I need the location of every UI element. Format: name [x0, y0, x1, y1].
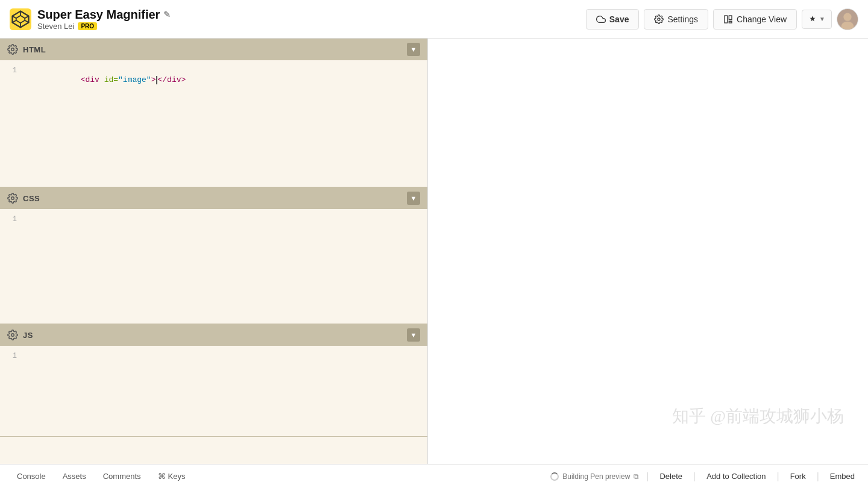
keys-tab-label: Keys — [168, 472, 186, 481]
change-view-button[interactable]: Change View — [713, 9, 797, 30]
svg-point-16 — [11, 48, 14, 51]
pin-chevron-icon: ▼ — [819, 16, 825, 22]
js-line-num-1: 1 — [0, 352, 24, 360]
header-right: Save Settings Change View ▼ — [586, 8, 858, 30]
header-left: Super Easy Magnifier ✎ Steven Lei PRO — [10, 8, 171, 31]
html-line-1: 1 <div id="image"></div> — [0, 65, 427, 95]
html-collapse-button[interactable]: ▼ — [407, 43, 420, 56]
svg-rect-10 — [725, 16, 728, 23]
main-content: HTML ▼ 1 <div id="image"></div> — [0, 39, 868, 464]
building-spinner — [550, 472, 559, 481]
change-view-label: Change View — [737, 14, 787, 24]
save-button[interactable]: Save — [586, 9, 640, 30]
assets-tab[interactable]: Assets — [55, 468, 93, 484]
bottom-actions: Building Pen preview ⧉ | Delete | Add to… — [550, 469, 858, 483]
html-collapse-icon: ▼ — [410, 46, 417, 53]
save-label: Save — [609, 14, 629, 24]
author-name: Steven Lei — [37, 22, 74, 31]
css-label: CSS — [23, 194, 40, 203]
editor-panel: HTML ▼ 1 <div id="image"></div> — [0, 39, 428, 464]
console-tab[interactable]: Console — [10, 468, 53, 484]
bottom-bar: Console Assets Comments ⌘ Keys Building … — [0, 464, 868, 488]
css-header-left: CSS — [7, 193, 40, 204]
codepen-logo-icon — [10, 8, 31, 30]
pro-badge: PRO — [78, 22, 97, 30]
pin-icon — [808, 15, 817, 23]
delete-button[interactable]: Delete — [656, 469, 686, 483]
html-code-1: <div id="image"></div> — [24, 66, 186, 93]
html-editor[interactable]: 1 <div id="image"></div> — [0, 60, 427, 187]
add-to-collection-button[interactable]: Add to Collection — [703, 469, 769, 483]
header: Super Easy Magnifier ✎ Steven Lei PRO Sa… — [0, 0, 868, 39]
js-section: JS ▼ 1 — [0, 324, 427, 437]
svg-rect-12 — [729, 21, 732, 23]
divider-2: | — [693, 471, 696, 482]
css-collapse-icon: ▼ — [410, 195, 417, 202]
assets-tab-label: Assets — [63, 472, 86, 481]
html-label: HTML — [23, 45, 46, 54]
css-section: CSS ▼ 1 — [0, 187, 427, 324]
svg-point-9 — [658, 18, 660, 20]
settings-label: Settings — [667, 14, 698, 24]
preview-panel: 知乎 @前端攻城狮小杨 — [428, 39, 868, 464]
js-section-header: JS ▼ — [0, 324, 427, 346]
css-gear-icon[interactable] — [7, 193, 18, 204]
js-line-1: 1 — [0, 351, 427, 361]
js-editor[interactable]: 1 — [0, 346, 427, 436]
layout-icon — [723, 14, 733, 24]
divider-1: | — [646, 471, 649, 482]
divider-4: | — [817, 471, 819, 482]
gear-icon — [654, 14, 664, 24]
keys-tab[interactable]: ⌘ Keys — [151, 468, 193, 484]
html-line-num-1: 1 — [0, 66, 24, 75]
css-collapse-button[interactable]: ▼ — [407, 192, 420, 205]
css-line-1: 1 — [0, 214, 427, 225]
divider-3: | — [776, 471, 779, 482]
css-editor[interactable]: 1 — [0, 209, 427, 324]
pen-edit-icon[interactable]: ✎ — [163, 10, 171, 19]
bottom-tabs: Console Assets Comments ⌘ Keys — [10, 468, 192, 484]
cloud-icon — [596, 14, 606, 24]
svg-point-18 — [11, 334, 14, 337]
building-preview-text: Building Pen preview — [562, 472, 630, 481]
comments-tab-label: Comments — [103, 472, 141, 481]
avatar[interactable] — [837, 8, 858, 30]
js-header-left: JS — [7, 330, 33, 340]
building-preview: Building Pen preview ⧉ — [550, 472, 639, 481]
js-gear-icon[interactable] — [7, 330, 18, 340]
author-row: Steven Lei PRO — [37, 22, 171, 31]
svg-point-14 — [843, 13, 851, 20]
pen-title-text: Super Easy Magnifier — [37, 8, 160, 22]
pen-title: Super Easy Magnifier ✎ — [37, 8, 171, 22]
js-collapse-icon: ▼ — [410, 331, 417, 339]
css-line-num-1: 1 — [0, 215, 24, 224]
title-group: Super Easy Magnifier ✎ Steven Lei PRO — [37, 8, 171, 31]
js-collapse-button[interactable]: ▼ — [407, 328, 420, 342]
console-tab-label: Console — [17, 472, 46, 481]
fork-button[interactable]: Fork — [787, 469, 810, 483]
svg-rect-11 — [729, 16, 732, 20]
html-section: HTML ▼ 1 <div id="image"></div> — [0, 39, 427, 187]
svg-point-17 — [11, 197, 14, 200]
pin-button[interactable]: ▼ — [802, 10, 832, 29]
embed-button[interactable]: Embed — [826, 469, 858, 483]
external-link-icon[interactable]: ⧉ — [634, 472, 639, 481]
keys-icon: ⌘ — [158, 472, 166, 481]
watermark: 知乎 @前端攻城狮小杨 — [672, 405, 844, 428]
comments-tab[interactable]: Comments — [96, 468, 148, 484]
html-section-header: HTML ▼ — [0, 39, 427, 60]
js-label: JS — [23, 331, 33, 340]
html-header-left: HTML — [7, 44, 46, 55]
settings-button[interactable]: Settings — [644, 9, 708, 30]
css-section-header: CSS ▼ — [0, 187, 427, 209]
html-gear-icon[interactable] — [7, 44, 18, 55]
